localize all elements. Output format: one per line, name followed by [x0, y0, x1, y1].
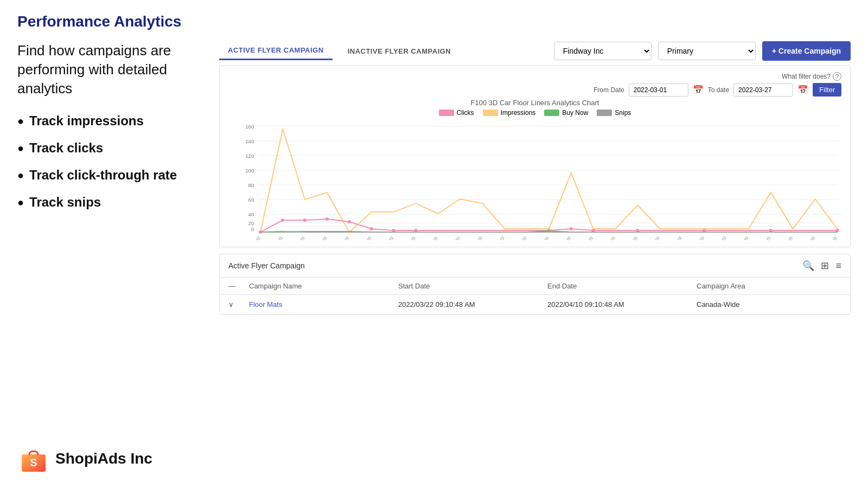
svg-point-20 — [281, 219, 284, 222]
filter-help-icon[interactable]: ? — [833, 72, 841, 81]
col-toggle-header: — — [228, 282, 245, 290]
svg-text:03/04/2022: 03/04/2022 — [314, 236, 328, 240]
svg-text:03/22/2022: 03/22/2022 — [713, 236, 727, 240]
chart-area: 160 140 120 100 80 60 40 20 0 — [228, 121, 841, 240]
page-title: Performance Analytics — [17, 13, 851, 30]
legend-snips: Snips — [597, 109, 631, 117]
filter-row: From Date 📅 To date 📅 Filter — [593, 83, 841, 97]
svg-text:100: 100 — [245, 168, 254, 174]
svg-text:03/11/2022: 03/11/2022 — [469, 236, 483, 240]
svg-text:03/02/2022: 03/02/2022 — [269, 236, 284, 240]
filter-button[interactable]: Filter — [813, 83, 841, 97]
shopiads-logo: S — [17, 442, 50, 475]
feature-list: Track impressions Track clicks Track cli… — [17, 113, 202, 210]
svg-text:03/06/2022: 03/06/2022 — [358, 236, 373, 240]
svg-text:03/05/2022: 03/05/2022 — [336, 236, 350, 240]
svg-text:03/24/2022: 03/24/2022 — [757, 236, 772, 240]
filter-icon[interactable]: ≡ — [835, 260, 841, 272]
svg-text:03/15/2022: 03/15/2022 — [558, 236, 572, 240]
chart-legend: Clicks Impressions Buy Now Snips — [228, 109, 841, 117]
legend-buynow: Buy Now — [544, 109, 588, 117]
to-date-calendar-icon[interactable]: 📅 — [797, 85, 808, 95]
tab-inactive-flyer[interactable]: INACTIVE FLYER CAMPAIGN — [339, 43, 460, 60]
company-dropdown[interactable]: Findway Inc — [554, 42, 652, 60]
what-filter-label: What filter does? ? — [782, 72, 841, 81]
col-end-header: End Date — [547, 282, 692, 290]
legend-impressions: Impressions — [483, 109, 536, 117]
svg-point-22 — [326, 217, 329, 221]
top-bar: ACTIVE FLYER CAMPAIGN INACTIVE FLYER CAM… — [219, 41, 851, 61]
feature-item-impressions: Track impressions — [17, 113, 202, 129]
chart-container: What filter does? ? From Date 📅 To date … — [219, 65, 851, 247]
analytics-chart: 160 140 120 100 80 60 40 20 0 — [228, 121, 841, 240]
legend-snips-color — [597, 110, 612, 116]
col-area-header: Campaign Area — [697, 282, 841, 290]
svg-point-27 — [569, 227, 572, 230]
from-date-calendar-icon[interactable]: 📅 — [693, 85, 704, 95]
svg-text:03/18/2022: 03/18/2022 — [624, 236, 639, 240]
svg-text:80: 80 — [248, 183, 254, 188]
feature-item-ctr: Track click-through rate — [17, 168, 202, 183]
row-end-date: 2022/04/10 09:10:48 AM — [547, 300, 692, 309]
from-date-input[interactable] — [629, 84, 688, 97]
svg-text:03/21/2022: 03/21/2022 — [691, 236, 705, 240]
create-campaign-button[interactable]: + Create Campaign — [762, 41, 851, 61]
legend-clicks: Clicks — [439, 109, 474, 117]
svg-text:03/10/2022: 03/10/2022 — [446, 236, 461, 240]
svg-point-21 — [303, 219, 307, 222]
company-name: ShopiAds Inc — [55, 450, 152, 467]
svg-text:03/08/2022: 03/08/2022 — [402, 236, 417, 240]
chart-header: What filter does? ? From Date 📅 To date … — [228, 72, 841, 97]
legend-impressions-color — [483, 110, 498, 116]
legend-buynow-color — [544, 110, 559, 116]
svg-text:03/07/2022: 03/07/2022 — [380, 236, 394, 240]
search-icon[interactable]: 🔍 — [802, 260, 814, 272]
svg-text:03/14/2022: 03/14/2022 — [535, 236, 550, 240]
legend-clicks-color — [439, 110, 454, 116]
svg-text:03/20/2022: 03/20/2022 — [668, 236, 683, 240]
table-header-bar: Active Flyer Campaign 🔍 ⊞ ≡ — [220, 254, 850, 277]
svg-text:03/01/2022: 03/01/2022 — [247, 236, 261, 240]
svg-text:120: 120 — [245, 153, 254, 159]
svg-text:S: S — [30, 457, 37, 468]
table-row: ∨ Floor Mats 2022/03/22 09:10:48 AM 2022… — [220, 295, 850, 314]
svg-text:03/27/2022: 03/27/2022 — [824, 236, 838, 240]
svg-text:40: 40 — [248, 212, 254, 217]
svg-point-24 — [369, 227, 373, 230]
columns-icon[interactable]: ⊞ — [821, 260, 829, 272]
left-panel: Find how campaigns are performing with d… — [17, 41, 202, 429]
svg-text:03/19/2022: 03/19/2022 — [646, 236, 661, 240]
svg-text:03/16/2022: 03/16/2022 — [579, 236, 594, 240]
type-dropdown[interactable]: Primary — [658, 42, 756, 60]
svg-text:03/03/2022: 03/03/2022 — [291, 236, 306, 240]
row-start-date: 2022/03/22 09:10:48 AM — [398, 300, 543, 309]
table-section-title: Active Flyer Campaign — [228, 261, 305, 270]
col-start-header: Start Date — [398, 282, 543, 290]
description-text: Find how campaigns are performing with d… — [17, 41, 202, 98]
tab-active-flyer[interactable]: ACTIVE FLYER CAMPAIGN — [219, 42, 333, 60]
feature-item-snips: Track snips — [17, 195, 202, 210]
svg-point-23 — [348, 220, 351, 223]
logo-area: S ShopiAds Inc — [17, 442, 851, 475]
table-area: Active Flyer Campaign 🔍 ⊞ ≡ — Campaign N… — [219, 254, 851, 315]
to-date-input[interactable] — [733, 84, 793, 97]
row-campaign-area: Canada-Wide — [697, 300, 841, 309]
svg-text:03/12/2022: 03/12/2022 — [491, 236, 506, 240]
col-name-header: Campaign Name — [249, 282, 394, 290]
right-panel: ACTIVE FLYER CAMPAIGN INACTIVE FLYER CAM… — [219, 41, 851, 429]
row-expand-icon[interactable]: ∨ — [228, 300, 245, 309]
table-icons: 🔍 ⊞ ≡ — [802, 260, 841, 272]
svg-text:140: 140 — [245, 139, 254, 144]
campaign-link[interactable]: Floor Mats — [249, 300, 282, 309]
svg-text:0: 0 — [251, 227, 254, 232]
table-column-headers: — Campaign Name Start Date End Date Camp… — [220, 277, 850, 295]
svg-text:03/17/2022: 03/17/2022 — [602, 236, 616, 240]
svg-text:03/13/2022: 03/13/2022 — [513, 236, 528, 240]
svg-text:03/09/2022: 03/09/2022 — [424, 236, 439, 240]
feature-item-clicks: Track clicks — [17, 140, 202, 156]
row-campaign-name: Floor Mats — [249, 300, 394, 309]
chart-title: F100 3D Car Floor Liners Analytics Chart — [228, 99, 841, 107]
svg-text:20: 20 — [248, 221, 254, 226]
svg-text:60: 60 — [248, 197, 254, 203]
svg-text:160: 160 — [245, 124, 254, 130]
